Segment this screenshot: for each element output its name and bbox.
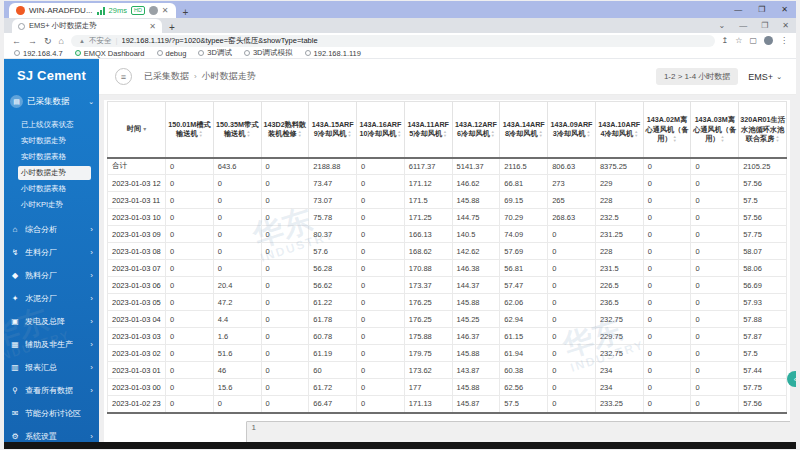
sidebar-group[interactable]: ◆熟料分厂› xyxy=(4,264,99,287)
sidebar-group[interactable]: ✦水泥分厂› xyxy=(4,287,99,310)
page-button[interactable]: 1 xyxy=(246,421,790,443)
bookmark-item[interactable]: 3D调试模拟 xyxy=(244,48,293,58)
value-cell: 0 xyxy=(548,396,596,413)
remote-minimize-icon[interactable]: — xyxy=(726,5,750,14)
tab-close-icon[interactable]: ✕ xyxy=(149,22,156,31)
browser-profile-caret-icon[interactable]: ⌄ xyxy=(711,21,732,30)
collapse-handle-icon[interactable]: ‹ xyxy=(787,371,796,387)
header-right: 1-2 > 1-4 小时数据 EMS+ ⌄ xyxy=(656,68,782,85)
chevron-right-icon: › xyxy=(90,294,93,303)
home-nav-icon[interactable]: ⌂ xyxy=(59,36,64,46)
column-header[interactable]: 143A.02M离心通风机（备用）▲▼ xyxy=(643,102,691,158)
sort-icon: ▲▼ xyxy=(775,135,779,143)
column-header[interactable]: 143A.11ARF5冷却风机▲▼ xyxy=(404,102,452,158)
profile-avatar[interactable] xyxy=(764,36,773,45)
sidebar-subitem[interactable]: 实时数据表格 xyxy=(4,150,99,164)
session-options-icon[interactable] xyxy=(149,6,158,15)
browser-menu-icon[interactable]: ⋮ xyxy=(780,36,788,45)
new-tab-icon[interactable]: + xyxy=(169,22,175,33)
remote-close-icon[interactable]: ✕ xyxy=(773,5,796,14)
time-cell: 合计 xyxy=(108,158,166,175)
column-header[interactable]: 320AR01生活水池循环水池联合泵房▲▼ xyxy=(739,102,787,158)
column-header[interactable]: 143A.10ARF4冷却风机▲▼ xyxy=(595,102,643,158)
globe-icon xyxy=(75,50,81,56)
user-menu[interactable]: EMS+ ⌄ xyxy=(748,72,782,82)
breadcrumb-parent[interactable]: 已采集数据 xyxy=(144,70,189,83)
sidebar-group-label: 系统设置 xyxy=(25,431,57,442)
value-cell: 171.5 xyxy=(404,192,452,209)
remote-tab-close-icon[interactable]: ✕ xyxy=(162,6,169,15)
column-header[interactable]: 143A.16ARF10冷却风机▲▼ xyxy=(357,102,405,158)
sidebar-group-collected-data[interactable]: ▤ 已采集数据 ⌄ xyxy=(4,90,99,113)
value-cell: 0 xyxy=(166,175,214,192)
chevron-right-icon: › xyxy=(90,340,93,349)
value-cell: 57.56 xyxy=(739,209,787,226)
factory-icon: ▦ xyxy=(10,340,20,349)
column-label: 143A.03M离心通风机（备用） xyxy=(693,115,736,143)
column-header[interactable]: 143A.15ARF9冷却风机▲▼ xyxy=(309,102,357,158)
value-cell: 0 xyxy=(166,243,214,260)
value-cell: 73.07 xyxy=(309,192,357,209)
sidebar-subitem[interactable]: 实时数据走势 xyxy=(4,134,99,148)
browser-tab[interactable]: EMS+ 小时数据走势 ✕ xyxy=(12,19,162,33)
column-header[interactable]: 时间▾ xyxy=(108,102,166,158)
value-cell: 0 xyxy=(643,260,691,277)
column-header[interactable]: 143A.12ARF6冷却风机▲▼ xyxy=(452,102,500,158)
value-cell: 0 xyxy=(643,311,691,328)
browser-minimize-icon[interactable]: — xyxy=(732,21,754,30)
sidebar-group[interactable]: ✉节能分析讨论区 xyxy=(4,402,99,425)
table-row: 2023-01-03 010460600173.62143.8760.38023… xyxy=(108,362,787,379)
value-cell: 0 xyxy=(261,379,309,396)
remote-new-tab-icon[interactable]: + xyxy=(183,7,189,18)
sidebar-group[interactable]: ⚲查看所有数据› xyxy=(4,379,99,402)
data-range-chip[interactable]: 1-2 > 1-4 小时数据 xyxy=(656,68,738,85)
value-cell: 57.56 xyxy=(739,175,787,192)
value-cell: 0 xyxy=(261,328,309,345)
column-header[interactable]: 143A.09ARF3冷却风机▲▼ xyxy=(548,102,596,158)
bookmark-item[interactable]: EMQX Dashboard xyxy=(75,49,145,58)
column-header[interactable]: 150.01M槽式输送机▲▼ xyxy=(166,102,214,158)
sidebar-group[interactable]: ⌂综合分析› xyxy=(4,218,99,241)
browser-close-icon[interactable]: ✕ xyxy=(775,21,796,30)
value-cell: 62.56 xyxy=(500,379,548,396)
bookmark-star-icon[interactable]: ☆ xyxy=(735,36,742,45)
url-input[interactable]: ▲ 不安全 | 192.168.1.119/?p=1020&typee=窑头低压… xyxy=(71,35,715,47)
browser-maximize-icon[interactable]: ❐ xyxy=(754,21,775,30)
table-row: 2023-01-02 2300066.470171.13145.8757.502… xyxy=(108,396,787,413)
sidebar-subitem[interactable]: 小时数据表格 xyxy=(4,182,99,196)
remote-session-tab[interactable]: WIN-ARADFDU... 29ms HD ✕ xyxy=(9,3,176,18)
column-header[interactable]: 143D2熟料散装机检修▲▼ xyxy=(261,102,309,158)
sidebar-group[interactable]: ⚙系统设置› xyxy=(4,425,99,442)
column-header[interactable]: 143A.14ARF8冷却风机▲▼ xyxy=(500,102,548,158)
back-icon[interactable]: ← xyxy=(12,36,21,46)
bookmark-item[interactable]: 3D调试 xyxy=(198,48,232,58)
column-header[interactable]: 150.35M带式输送机▲▼ xyxy=(213,102,261,158)
column-header[interactable]: 143A.03M离心通风机（备用）▲▼ xyxy=(691,102,739,158)
share-icon[interactable]: ↥ xyxy=(722,36,729,45)
value-cell: 56.81 xyxy=(500,260,548,277)
value-cell: 145.88 xyxy=(452,294,500,311)
sidebar-group[interactable]: ▥报表汇总› xyxy=(4,356,99,379)
sidebar-subitem[interactable]: 小时KPI走势 xyxy=(4,198,99,212)
value-cell: 0 xyxy=(548,260,596,277)
remote-maximize-icon[interactable]: ❐ xyxy=(750,5,773,14)
reload-icon[interactable]: ↻ xyxy=(44,36,52,46)
sidebar-group[interactable]: ↯生料分厂› xyxy=(4,241,99,264)
value-cell: 0 xyxy=(166,328,214,345)
sidebar-subitem[interactable]: 小时数据走势 xyxy=(18,166,91,180)
value-cell: 168.62 xyxy=(404,243,452,260)
hamburger-menu-icon[interactable]: ≡ xyxy=(115,68,132,85)
sidebar-group[interactable]: ▦辅助及非生产› xyxy=(4,333,99,356)
value-cell: 0 xyxy=(357,379,405,396)
value-cell: 5141.37 xyxy=(452,158,500,175)
bookmark-item[interactable]: 192.168.1.119 xyxy=(305,49,361,58)
side-panel-icon[interactable]: ▢ xyxy=(749,36,757,45)
bookmark-item[interactable]: debug xyxy=(157,49,187,58)
sidebar-group[interactable]: ▣发电及总降› xyxy=(4,310,99,333)
bookmark-item[interactable]: 192.168.4.7 xyxy=(14,49,63,58)
sidebar-subitem[interactable]: 已上线仪表状态 xyxy=(4,118,99,132)
remote-session-title: WIN-ARADFDU... xyxy=(29,6,93,15)
forward-icon[interactable]: → xyxy=(28,36,37,46)
value-cell: 0 xyxy=(166,294,214,311)
sort-icon: ▲▼ xyxy=(673,135,677,143)
